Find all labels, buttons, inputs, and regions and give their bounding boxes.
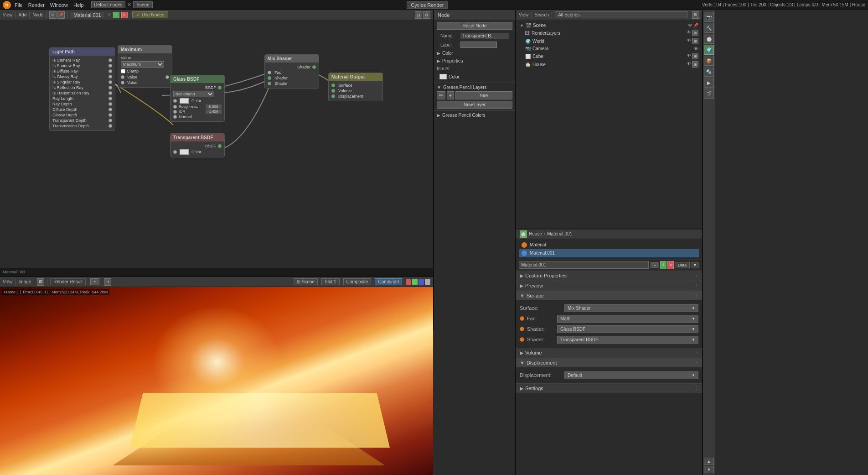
sidebar-icon-8[interactable]: 🎬	[704, 89, 714, 99]
scene-eye-world[interactable]: 👁	[687, 38, 691, 44]
node-pin-icon[interactable]: 📌	[57, 11, 65, 19]
mat-expand-btn[interactable]: ▼	[691, 262, 699, 268]
sidebar-arrow-down[interactable]: ▼	[704, 466, 714, 473]
light-path-node[interactable]: Light Path Is Camera Ray Is Shadow Ray I…	[49, 47, 115, 131]
render-view-btn[interactable]: View	[3, 279, 13, 284]
displacement-header[interactable]: ▼ Displacement ⋮	[516, 358, 702, 367]
mat-add-slot[interactable]: +	[660, 261, 666, 269]
mat-item-1[interactable]: Material	[519, 241, 699, 249]
reset-node-btn[interactable]: Reset Node	[437, 22, 512, 30]
transparent-bsdf-node[interactable]: Transparent BSDF BSDF Color	[170, 133, 225, 157]
mat-f-btn[interactable]: F	[651, 262, 660, 268]
fac-chevron: ▼	[692, 317, 695, 321]
glass-bsdf-node[interactable]: Glass BSDF BSDF Beckmann Color	[170, 75, 225, 122]
menu-help[interactable]: Help	[73, 2, 84, 8]
node-x-btn[interactable]: ✕	[121, 12, 128, 18]
node-f-btn[interactable]: +	[113, 12, 119, 18]
mix-shader-node[interactable]: Mix Shader Shader Fac Shader Shader	[264, 54, 319, 89]
render-f-btn[interactable]: F	[90, 278, 99, 285]
scene-search-icon[interactable]: 🔍	[692, 11, 699, 19]
scene-search-btn[interactable]: Search	[535, 12, 549, 17]
use-nodes-toggle[interactable]: ✓ Use Nodes	[132, 11, 168, 18]
menu-render[interactable]: Render	[28, 2, 45, 8]
sidebar-icon-7[interactable]: ▶	[704, 78, 714, 88]
scene-selector[interactable]: ⊞ Scene	[294, 278, 318, 285]
scene-eye-camera[interactable]: 👁	[694, 46, 698, 51]
scene-item-render-layers[interactable]: 🎞 RenderLayers 👁 ⊞	[516, 29, 702, 37]
scene-view-btn[interactable]: View	[519, 12, 529, 17]
scene-eye-house[interactable]: 👁	[687, 61, 691, 68]
scene-item-cube[interactable]: ⬜ Cube 👁 ⊞	[516, 52, 702, 60]
gp-layers-header[interactable]: ▼ Grease Pencil Layers	[437, 85, 512, 90]
gp-add-btn[interactable]: +	[447, 91, 454, 99]
add-menu[interactable]: Add	[19, 12, 27, 17]
scene-eye-cube[interactable]: 👁	[687, 53, 691, 59]
surface-header[interactable]: ▼ Surface ⋮	[516, 291, 702, 300]
scene-expand-house[interactable]: ⊞	[692, 61, 698, 68]
mat-remove-slot[interactable]: ✕	[667, 261, 674, 269]
scene-item-scene[interactable]: ▼ 🎬 Scene 👁 📌	[516, 22, 702, 29]
render-image-btn[interactable]: Image	[19, 279, 31, 284]
clamp-checkbox[interactable]	[121, 69, 125, 73]
node-label-input[interactable]	[460, 42, 497, 48]
sidebar-icon-3[interactable]: ⬤	[704, 34, 714, 44]
settings-header[interactable]: ▶ Settings ⋮	[516, 384, 702, 393]
fac-dropdown[interactable]: Math ▼	[557, 315, 698, 323]
custom-props-header[interactable]: ▶ Custom Properties ⋮	[516, 271, 702, 281]
view-menu[interactable]: View	[3, 12, 13, 17]
node-options-icon[interactable]: ⚙	[423, 11, 430, 19]
scene-eye-1[interactable]: 👁	[688, 23, 692, 28]
house-breadcrumb[interactable]: House	[529, 231, 542, 236]
maximum-node[interactable]: Maximum Value Maximum Clamp	[118, 45, 172, 88]
max-dropdown[interactable]: Maximum	[121, 61, 164, 68]
scene-expand-cube[interactable]: ⊞	[692, 53, 698, 59]
glass-roughness[interactable]	[206, 104, 222, 109]
node-editor[interactable]: View Add Node ⊞ 📌 Material.001 F + ✕	[0, 10, 433, 277]
scene-expand-rl[interactable]: ⊞	[692, 30, 698, 36]
new-btn[interactable]: New	[455, 91, 512, 99]
section-settings: ▶ Settings ⋮	[516, 383, 702, 393]
scene-item-camera[interactable]: 📷 Camera 👁	[516, 45, 702, 52]
sidebar-arrow-up[interactable]: ▲	[704, 458, 714, 465]
sidebar-icon-6[interactable]: 🔩	[704, 67, 714, 77]
material-output-node[interactable]: Material Output Surface Volume Displacem…	[328, 73, 383, 101]
mat001-breadcrumb[interactable]: Material.001	[547, 231, 572, 236]
mat-item-2[interactable]: Material.001	[519, 249, 699, 257]
node-canvas[interactable]: Light Path Is Camera Ray Is Shadow Ray I…	[0, 20, 433, 276]
mat-name-input[interactable]: Material.001	[519, 261, 649, 269]
mat-data-btn[interactable]: Data	[675, 262, 690, 268]
sidebar-icon-1[interactable]: 📷	[704, 12, 714, 22]
scene-expand-world[interactable]: ⊞	[692, 38, 698, 44]
shader2-dropdown[interactable]: Transparent BSDF ▼	[557, 336, 698, 344]
slot-selector[interactable]: Slot 1	[321, 278, 340, 285]
gp-colors-header[interactable]: ▶ Grease Pencil Colors	[437, 113, 512, 118]
sidebar-icon-5[interactable]: 📦	[704, 56, 714, 66]
node-view-icon[interactable]: ⊞	[49, 11, 57, 19]
volume-header[interactable]: ▶ Volume ⋮	[516, 348, 702, 358]
sidebar-icon-4-active[interactable]: 🌍	[704, 45, 714, 55]
shader1-dropdown[interactable]: Glass BSDF ▼	[557, 325, 698, 333]
render-engine[interactable]: Cycles Render	[407, 1, 448, 9]
node-menu[interactable]: Node	[32, 12, 43, 17]
preview-header[interactable]: ▶ Preview ⋮	[516, 281, 702, 291]
scene-item-house[interactable]: 🏠 House 👁 ⊞	[516, 60, 702, 68]
glass-ior[interactable]	[206, 110, 222, 114]
glass-dropdown[interactable]: Beckmann	[173, 91, 214, 97]
render-hdr-icon[interactable]: H	[104, 278, 111, 286]
menu-window[interactable]: Window	[50, 2, 68, 8]
trans-color-swatch[interactable]	[180, 149, 189, 155]
combined-label[interactable]: Combined	[375, 278, 402, 285]
sidebar-icon-2[interactable]: 🔧	[704, 23, 714, 33]
new-layer-btn[interactable]: New Layer	[437, 101, 512, 109]
scene-eye-rl[interactable]: 👁	[687, 30, 691, 36]
zoom-fit-icon[interactable]: ⊡	[415, 11, 422, 19]
input-color-row: Color	[437, 73, 512, 81]
surface-dropdown[interactable]: Mix Shader ▼	[564, 304, 698, 312]
displacement-dropdown[interactable]: Default ▼	[564, 371, 698, 379]
render-result-label[interactable]: Render Result	[50, 278, 86, 285]
input-color-swatch[interactable]	[439, 74, 447, 79]
scene-search-dropdown[interactable]: All Scenes	[555, 11, 687, 18]
scene-item-world[interactable]: 🌍 World 👁 ⊞	[516, 37, 702, 45]
menu-file[interactable]: File	[15, 2, 23, 8]
glass-color-swatch[interactable]	[180, 98, 189, 104]
